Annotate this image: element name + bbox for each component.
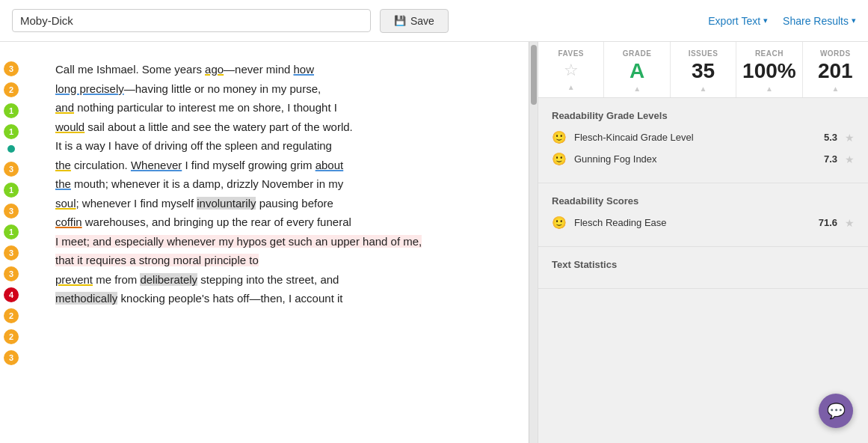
grade-up-icon: ▲ (633, 85, 641, 93)
fk-star-icon[interactable]: ★ (845, 132, 855, 144)
badge-3: 1 (4, 103, 19, 118)
save-icon: 💾 (394, 15, 406, 26)
header: 💾 Save Export Text ▾ Share Results ▾ (0, 0, 868, 42)
export-text-label: Export Text (708, 15, 760, 27)
highlight-ago: ago (205, 63, 224, 76)
words-up-icon: ▲ (831, 85, 839, 93)
readability-scores-title: Readability Scores (552, 195, 855, 207)
readability-grade-title: Readability Grade Levels (552, 110, 855, 121)
save-label: Save (410, 15, 434, 27)
gf-value: 7.3 (824, 153, 837, 165)
badge-2: 2 (4, 82, 19, 97)
stat-reach: REACH 100% ▲ (736, 42, 802, 97)
highlight-involuntarily: involuntarily (197, 197, 256, 210)
badge-13: 2 (4, 308, 19, 323)
highlight-deliberately: deliberately (140, 273, 197, 286)
issues-up-icon: ▲ (700, 85, 707, 93)
text-editor[interactable]: Call me Ishmael. Some years ago—never mi… (22, 42, 529, 443)
badge-7: 1 (4, 183, 19, 198)
save-button[interactable]: 💾 Save (380, 9, 449, 33)
scrollbar-thumb[interactable] (531, 45, 537, 105)
faves-label: FAVES (558, 49, 584, 58)
highlight-pink-line1: I meet; and especially whenever my hypos… (55, 235, 422, 248)
main-content: 3 2 1 1 3 1 3 1 3 3 4 2 2 3 Call me Ishm… (0, 42, 868, 443)
stat-faves: FAVES ☆ ▲ (538, 42, 604, 97)
faves-star-icon[interactable]: ☆ (564, 61, 579, 80)
document-text: Call me Ishmael. Some years ago—never mi… (22, 42, 529, 326)
fk-face-icon: 🙂 (552, 130, 567, 144)
grade-value: A (630, 61, 644, 82)
highlight-about-the: about the (55, 159, 343, 191)
fre-value: 71.6 (819, 217, 837, 228)
highlight-whenever: Whenever (131, 159, 182, 171)
highlight-soul: soul (55, 197, 76, 210)
highlight-how-long: howlong precisely (55, 63, 314, 95)
gf-face-icon: 🙂 (552, 152, 567, 166)
stat-issues: ISSUES 35 ▲ (671, 42, 736, 97)
badge-9: 1 (4, 224, 19, 239)
fre-star-icon[interactable]: ★ (845, 217, 855, 229)
chat-bubble-button[interactable]: 💬 (819, 394, 853, 428)
highlight-would: would (55, 120, 84, 133)
fk-value: 5.3 (824, 132, 837, 143)
text-statistics-section: Text Statistics (538, 247, 868, 289)
reach-value: 100% (742, 61, 796, 82)
words-value: 201 (818, 61, 853, 82)
badge-column: 3 2 1 1 3 1 3 1 3 3 4 2 2 3 (0, 42, 22, 443)
highlight-prevent: prevent (55, 273, 93, 286)
highlight-coffin: coffin (55, 216, 82, 228)
export-chevron-icon: ▾ (763, 16, 768, 25)
issues-label: ISSUES (689, 49, 718, 58)
right-panel: FAVES ☆ ▲ GRADE A ▲ ISSUES 35 ▲ REACH 10… (538, 42, 868, 443)
highlight-and: and (55, 101, 74, 114)
readability-scores-section: Readability Scores 🙂 Flesch Reading Ease… (538, 183, 868, 247)
score-row-gf: 🙂 Gunning Fog Index 7.3 ★ (552, 152, 855, 166)
highlight-the: the (55, 159, 71, 171)
export-text-button[interactable]: Export Text ▾ (708, 15, 768, 27)
stats-bar: FAVES ☆ ▲ GRADE A ▲ ISSUES 35 ▲ REACH 10… (538, 42, 868, 98)
stat-words: WORDS 201 ▲ (803, 42, 868, 97)
highlight-pink-line2: that it requires a strong moral principl… (55, 254, 259, 266)
badge-4: 1 (4, 124, 19, 139)
share-chevron-icon: ▾ (852, 16, 856, 25)
gf-star-icon[interactable]: ★ (845, 153, 855, 165)
stat-grade: GRADE A ▲ (604, 42, 670, 97)
score-row-fre: 🙂 Flesch Reading Ease 71.6 ★ (552, 216, 855, 230)
faves-up-icon: ▲ (567, 83, 575, 91)
text-statistics-title: Text Statistics (552, 259, 855, 270)
badge-1: 3 (4, 61, 19, 76)
highlight-methodically: methodically (55, 292, 117, 305)
fre-face-icon: 🙂 (552, 216, 567, 230)
readability-grade-section: Readability Grade Levels 🙂 Flesch-Kincai… (538, 98, 868, 183)
badge-dot-5 (7, 145, 15, 153)
badge-11: 3 (4, 266, 19, 281)
chat-icon: 💬 (827, 402, 846, 420)
gf-name: Gunning Fog Index (574, 153, 816, 165)
header-actions: Export Text ▾ Share Results ▾ (708, 15, 856, 27)
badge-10: 3 (4, 245, 19, 260)
fre-name: Flesch Reading Ease (574, 217, 811, 228)
badge-6: 3 (4, 162, 19, 177)
badge-12: 4 (4, 287, 19, 302)
scrollbar-track[interactable] (529, 42, 538, 443)
issues-value: 35 (692, 61, 715, 82)
grade-label: GRADE (623, 49, 652, 58)
reach-up-icon: ▲ (766, 85, 773, 93)
share-results-button[interactable]: Share Results ▾ (783, 15, 856, 27)
badge-15: 3 (4, 350, 19, 365)
fk-name: Flesch-Kincaid Grade Level (574, 132, 816, 143)
score-row-fk: 🙂 Flesch-Kincaid Grade Level 5.3 ★ (552, 130, 855, 144)
badge-8: 3 (4, 204, 19, 219)
share-results-label: Share Results (783, 15, 849, 27)
badge-14: 2 (4, 329, 19, 344)
document-title-input[interactable] (12, 9, 371, 32)
words-label: WORDS (820, 49, 851, 58)
reach-label: REACH (755, 49, 784, 58)
